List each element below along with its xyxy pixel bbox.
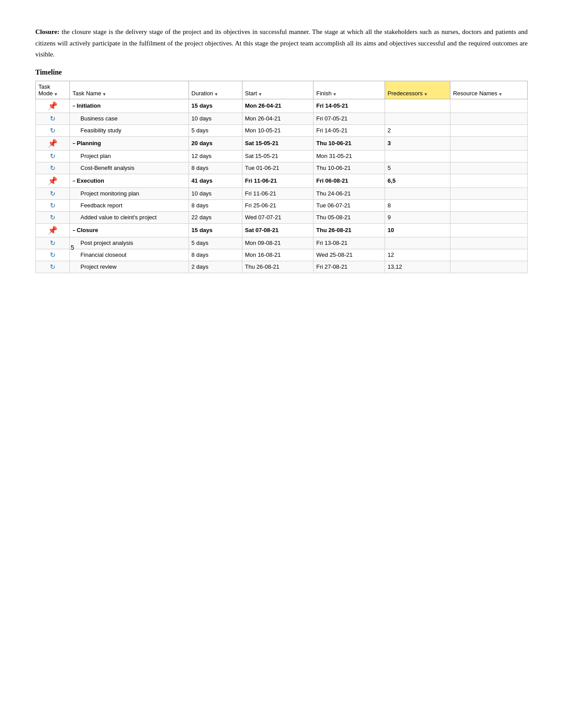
auto-icon: ↻ xyxy=(50,152,56,160)
resource-names-arrow[interactable]: ▼ xyxy=(498,92,503,97)
finish-cell: Thu 26-08-21 xyxy=(314,223,385,237)
table-row: 📌−Planning20 daysSat 15-05-21Thu 10-06-2… xyxy=(36,136,528,150)
start-arrow[interactable]: ▼ xyxy=(258,92,262,97)
task-mode-cell: ↻ xyxy=(36,237,70,249)
task-name-indent: Project review xyxy=(72,263,117,270)
closure-text: the closure stage is the delivery stage … xyxy=(35,28,528,58)
task-name-indent: Financial closeout xyxy=(72,251,126,258)
table-row: ↻Cost-Benefit analysis8 daysTue 01-06-21… xyxy=(36,162,528,174)
predecessors-cell: 10 xyxy=(385,223,450,237)
resource-names-cell xyxy=(450,199,527,211)
predecessors-cell xyxy=(385,188,450,199)
task-name-cell: Project review xyxy=(70,261,189,273)
predecessors-cell xyxy=(385,113,450,124)
timeline-table: TaskMode ▼ Task Name ▼ Duration ▼ xyxy=(35,81,528,273)
table-row: ↻Feasibility study5 daysMon 10-05-21Fri … xyxy=(36,124,528,136)
task-name-arrow[interactable]: ▼ xyxy=(102,92,106,97)
duration-cell: 8 days xyxy=(189,199,242,211)
resource-names-cell xyxy=(450,113,527,124)
task-name-cell: −Initiation xyxy=(70,99,189,113)
th-task-mode[interactable]: TaskMode ▼ xyxy=(36,81,70,99)
start-cell: Thu 26-08-21 xyxy=(242,261,314,273)
page-number: 5 xyxy=(71,244,74,251)
task-mode-cell: ↻ xyxy=(36,199,70,211)
task-name-indent: Cost-Benefit analysis xyxy=(72,165,134,171)
finish-cell: Thu 24-06-21 xyxy=(314,188,385,199)
th-resource-names[interactable]: Resource Names ▼ xyxy=(450,81,527,99)
predecessors-cell: 13,12 xyxy=(385,261,450,273)
duration-cell: 22 days xyxy=(189,211,242,223)
auto-icon: ↻ xyxy=(50,263,56,270)
task-name-cell: −Planning xyxy=(70,136,189,150)
start-cell: Mon 26-04-21 xyxy=(242,99,314,113)
predecessors-cell: 9 xyxy=(385,211,450,223)
table-row: ↻Financial closeout8 daysMon 16-08-21Wed… xyxy=(36,249,528,261)
task-mode-cell: 📌 xyxy=(36,223,70,237)
duration-cell: 5 days xyxy=(189,237,242,249)
start-cell: Fri 11-06-21 xyxy=(242,188,314,199)
finish-cell: Thu 10-06-21 xyxy=(314,162,385,174)
table-row: ↻Project review2 daysThu 26-08-21Fri 27-… xyxy=(36,261,528,273)
duration-arrow[interactable]: ▼ xyxy=(214,92,219,97)
th-predecessors[interactable]: Predecessors ▼ xyxy=(385,81,450,99)
task-mode-cell: 📌 xyxy=(36,174,70,188)
closure-paragraph: Closure: the closure stage is the delive… xyxy=(35,26,528,60)
task-name-cell: Project plan xyxy=(70,150,189,162)
pin-icon: 📌 xyxy=(48,226,57,235)
th-duration[interactable]: Duration ▼ xyxy=(189,81,242,99)
finish-arrow[interactable]: ▼ xyxy=(333,92,337,97)
duration-cell: 15 days xyxy=(189,223,242,237)
auto-icon: ↻ xyxy=(50,214,56,221)
start-cell: Mon 16-08-21 xyxy=(242,249,314,261)
resource-names-cell xyxy=(450,162,527,174)
task-name-cell: Cost-Benefit analysis xyxy=(70,162,189,174)
finish-cell: Fri 06-08-21 xyxy=(314,174,385,188)
duration-cell: 8 days xyxy=(189,162,242,174)
group-minus: − xyxy=(72,178,75,184)
auto-icon: ↻ xyxy=(50,251,56,259)
predecessors-arrow[interactable]: ▼ xyxy=(423,92,428,97)
th-task-name[interactable]: Task Name ▼ xyxy=(70,81,189,99)
duration-cell: 20 days xyxy=(189,136,242,150)
finish-cell: Fri 14-05-21 xyxy=(314,124,385,136)
resource-names-cell xyxy=(450,237,527,249)
start-cell: Tue 01-06-21 xyxy=(242,162,314,174)
start-cell: Fri 11-06-21 xyxy=(242,174,314,188)
group-minus: − xyxy=(72,141,75,146)
task-name-cell: Feasibility study xyxy=(70,124,189,136)
table-row: 📌−Execution41 daysFri 11-06-21Fri 06-08-… xyxy=(36,174,528,188)
predecessors-cell: 2 xyxy=(385,124,450,136)
auto-icon: ↻ xyxy=(50,202,56,209)
pin-icon: 📌 xyxy=(48,139,57,148)
task-name-cell: Business case xyxy=(70,113,189,124)
task-mode-cell: ↻ xyxy=(36,124,70,136)
task-name-indent: Business case xyxy=(72,115,117,122)
start-cell: Mon 26-04-21 xyxy=(242,113,314,124)
predecessors-cell: 3 xyxy=(385,136,450,150)
predecessors-cell: 12 xyxy=(385,249,450,261)
task-mode-cell: 📌 xyxy=(36,99,70,113)
task-name-indent: Project plan xyxy=(72,153,111,159)
task-mode-arrow[interactable]: ▼ xyxy=(54,92,58,97)
predecessors-cell xyxy=(385,237,450,249)
task-mode-cell: ↻ xyxy=(36,188,70,199)
finish-cell: Fri 27-08-21 xyxy=(314,261,385,273)
task-name-indent: Feedback report xyxy=(72,202,122,209)
auto-icon: ↻ xyxy=(50,239,56,247)
resource-names-cell xyxy=(450,136,527,150)
th-start[interactable]: Start ▼ xyxy=(242,81,314,99)
finish-cell: Fri 14-05-21 xyxy=(314,99,385,113)
resource-names-cell xyxy=(450,188,527,199)
table-row: ↻Project plan12 daysSat 15-05-21Mon 31-0… xyxy=(36,150,528,162)
task-name-cell: Project monitoring plan xyxy=(70,188,189,199)
auto-icon: ↻ xyxy=(50,115,56,122)
duration-cell: 41 days xyxy=(189,174,242,188)
task-name-cell: Post project analysis xyxy=(70,237,189,249)
finish-cell: Mon 31-05-21 xyxy=(314,150,385,162)
th-finish[interactable]: Finish ▼ xyxy=(314,81,385,99)
task-mode-cell: ↻ xyxy=(36,249,70,261)
predecessors-cell: 5 xyxy=(385,162,450,174)
resource-names-cell xyxy=(450,124,527,136)
closure-label: Closure: xyxy=(35,28,60,35)
resource-names-cell xyxy=(450,261,527,273)
